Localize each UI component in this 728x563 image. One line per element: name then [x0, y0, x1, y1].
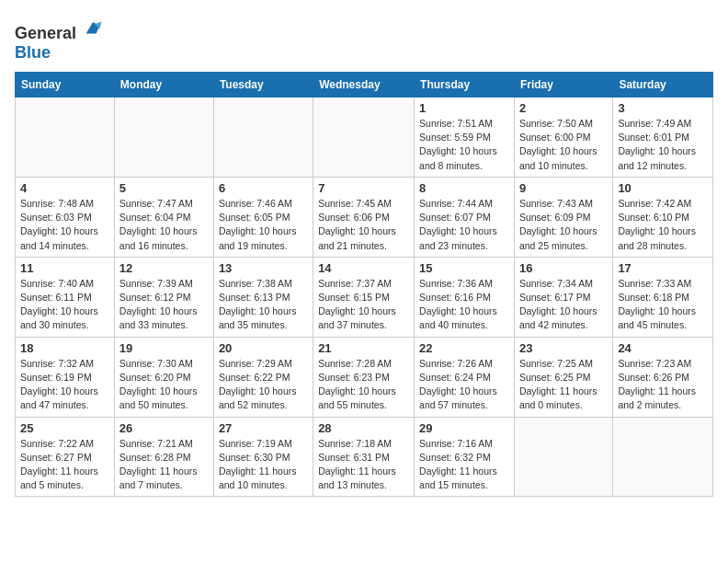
weekday-header-saturday: Saturday — [613, 73, 713, 98]
day-info: Sunrise: 7:47 AM Sunset: 6:04 PM Dayligh… — [119, 197, 209, 253]
day-number: 2 — [519, 101, 608, 115]
calendar-cell: 7Sunrise: 7:45 AM Sunset: 6:06 PM Daylig… — [313, 177, 415, 257]
day-info: Sunrise: 7:49 AM Sunset: 6:01 PM Dayligh… — [618, 117, 708, 173]
day-info: Sunrise: 7:51 AM Sunset: 5:59 PM Dayligh… — [419, 117, 509, 173]
calendar-cell: 13Sunrise: 7:38 AM Sunset: 6:13 PM Dayli… — [213, 257, 313, 337]
day-info: Sunrise: 7:44 AM Sunset: 6:07 PM Dayligh… — [419, 197, 509, 253]
day-number: 15 — [419, 261, 509, 275]
day-info: Sunrise: 7:36 AM Sunset: 6:16 PM Dayligh… — [419, 277, 509, 333]
calendar-cell: 2Sunrise: 7:50 AM Sunset: 6:00 PM Daylig… — [514, 98, 612, 178]
day-number: 20 — [219, 341, 308, 355]
logo: General Blue — [15, 18, 103, 63]
calendar-cell: 6Sunrise: 7:46 AM Sunset: 6:05 PM Daylig… — [213, 177, 313, 257]
calendar-cell: 24Sunrise: 7:23 AM Sunset: 6:26 PM Dayli… — [613, 337, 713, 417]
day-info: Sunrise: 7:37 AM Sunset: 6:15 PM Dayligh… — [318, 277, 409, 333]
calendar-cell — [313, 98, 415, 178]
calendar-cell — [514, 417, 612, 497]
calendar-cell: 4Sunrise: 7:48 AM Sunset: 6:03 PM Daylig… — [16, 177, 115, 257]
day-number: 14 — [318, 261, 409, 275]
day-info: Sunrise: 7:42 AM Sunset: 6:10 PM Dayligh… — [618, 197, 708, 253]
calendar-cell — [213, 98, 313, 178]
day-info: Sunrise: 7:18 AM Sunset: 6:31 PM Dayligh… — [318, 437, 409, 493]
day-number: 21 — [318, 341, 409, 355]
day-number: 16 — [519, 261, 608, 275]
calendar-cell: 27Sunrise: 7:19 AM Sunset: 6:30 PM Dayli… — [213, 417, 313, 497]
day-number: 11 — [20, 261, 109, 275]
calendar-cell: 25Sunrise: 7:22 AM Sunset: 6:27 PM Dayli… — [16, 417, 115, 497]
calendar-cell: 1Sunrise: 7:51 AM Sunset: 5:59 PM Daylig… — [415, 98, 515, 178]
day-info: Sunrise: 7:21 AM Sunset: 6:28 PM Dayligh… — [119, 437, 209, 493]
day-info: Sunrise: 7:19 AM Sunset: 6:30 PM Dayligh… — [219, 437, 308, 493]
day-number: 12 — [119, 261, 209, 275]
day-number: 4 — [20, 181, 109, 195]
logo-icon — [83, 18, 103, 39]
day-number: 18 — [20, 341, 109, 355]
calendar-cell: 28Sunrise: 7:18 AM Sunset: 6:31 PM Dayli… — [313, 417, 415, 497]
day-number: 1 — [419, 101, 509, 115]
day-info: Sunrise: 7:26 AM Sunset: 6:24 PM Dayligh… — [419, 357, 509, 413]
calendar-cell: 8Sunrise: 7:44 AM Sunset: 6:07 PM Daylig… — [415, 177, 515, 257]
day-number: 7 — [318, 181, 409, 195]
calendar-week-row: 25Sunrise: 7:22 AM Sunset: 6:27 PM Dayli… — [16, 417, 713, 497]
calendar-cell: 23Sunrise: 7:25 AM Sunset: 6:25 PM Dayli… — [514, 337, 612, 417]
day-info: Sunrise: 7:16 AM Sunset: 6:32 PM Dayligh… — [419, 437, 509, 493]
day-info: Sunrise: 7:30 AM Sunset: 6:20 PM Dayligh… — [119, 357, 209, 413]
calendar-week-row: 1Sunrise: 7:51 AM Sunset: 5:59 PM Daylig… — [16, 98, 713, 178]
day-info: Sunrise: 7:33 AM Sunset: 6:18 PM Dayligh… — [618, 277, 708, 333]
day-info: Sunrise: 7:48 AM Sunset: 6:03 PM Dayligh… — [20, 197, 109, 253]
day-info: Sunrise: 7:39 AM Sunset: 6:12 PM Dayligh… — [119, 277, 209, 333]
header: General Blue — [15, 15, 713, 63]
day-number: 28 — [318, 421, 409, 435]
weekday-header-sunday: Sunday — [16, 73, 115, 98]
day-number: 3 — [618, 101, 708, 115]
calendar-table: SundayMondayTuesdayWednesdayThursdayFrid… — [15, 72, 713, 497]
day-number: 23 — [519, 341, 608, 355]
day-info: Sunrise: 7:40 AM Sunset: 6:11 PM Dayligh… — [20, 277, 109, 333]
calendar-cell — [613, 417, 713, 497]
day-number: 22 — [419, 341, 509, 355]
day-number: 25 — [20, 421, 109, 435]
calendar-cell: 17Sunrise: 7:33 AM Sunset: 6:18 PM Dayli… — [613, 257, 713, 337]
calendar-cell: 19Sunrise: 7:30 AM Sunset: 6:20 PM Dayli… — [114, 337, 213, 417]
calendar-cell: 10Sunrise: 7:42 AM Sunset: 6:10 PM Dayli… — [613, 177, 713, 257]
calendar-cell: 12Sunrise: 7:39 AM Sunset: 6:12 PM Dayli… — [114, 257, 213, 337]
logo-text-general: General — [15, 24, 76, 42]
calendar-cell: 22Sunrise: 7:26 AM Sunset: 6:24 PM Dayli… — [415, 337, 515, 417]
calendar-cell: 11Sunrise: 7:40 AM Sunset: 6:11 PM Dayli… — [16, 257, 115, 337]
day-info: Sunrise: 7:34 AM Sunset: 6:17 PM Dayligh… — [519, 277, 608, 333]
weekday-header-monday: Monday — [114, 73, 213, 98]
day-number: 29 — [419, 421, 509, 435]
day-info: Sunrise: 7:46 AM Sunset: 6:05 PM Dayligh… — [219, 197, 308, 253]
calendar-cell: 15Sunrise: 7:36 AM Sunset: 6:16 PM Dayli… — [415, 257, 515, 337]
day-number: 5 — [119, 181, 209, 195]
calendar-cell: 18Sunrise: 7:32 AM Sunset: 6:19 PM Dayli… — [16, 337, 115, 417]
day-info: Sunrise: 7:22 AM Sunset: 6:27 PM Dayligh… — [20, 437, 109, 493]
weekday-header-friday: Friday — [514, 73, 612, 98]
calendar-cell: 5Sunrise: 7:47 AM Sunset: 6:04 PM Daylig… — [114, 177, 213, 257]
day-info: Sunrise: 7:38 AM Sunset: 6:13 PM Dayligh… — [219, 277, 308, 333]
calendar-week-row: 11Sunrise: 7:40 AM Sunset: 6:11 PM Dayli… — [16, 257, 713, 337]
calendar-cell — [114, 98, 213, 178]
day-info: Sunrise: 7:50 AM Sunset: 6:00 PM Dayligh… — [519, 117, 608, 173]
day-number: 17 — [618, 261, 708, 275]
weekday-header-row: SundayMondayTuesdayWednesdayThursdayFrid… — [16, 73, 713, 98]
calendar-cell: 14Sunrise: 7:37 AM Sunset: 6:15 PM Dayli… — [313, 257, 415, 337]
day-info: Sunrise: 7:43 AM Sunset: 6:09 PM Dayligh… — [519, 197, 608, 253]
calendar-cell: 3Sunrise: 7:49 AM Sunset: 6:01 PM Daylig… — [613, 98, 713, 178]
weekday-header-thursday: Thursday — [415, 73, 515, 98]
day-info: Sunrise: 7:25 AM Sunset: 6:25 PM Dayligh… — [519, 357, 608, 413]
day-number: 10 — [618, 181, 708, 195]
weekday-header-tuesday: Tuesday — [213, 73, 313, 98]
calendar-week-row: 4Sunrise: 7:48 AM Sunset: 6:03 PM Daylig… — [16, 177, 713, 257]
calendar-cell: 29Sunrise: 7:16 AM Sunset: 6:32 PM Dayli… — [415, 417, 515, 497]
day-number: 8 — [419, 181, 509, 195]
day-info: Sunrise: 7:29 AM Sunset: 6:22 PM Dayligh… — [219, 357, 308, 413]
weekday-header-wednesday: Wednesday — [313, 73, 415, 98]
day-info: Sunrise: 7:28 AM Sunset: 6:23 PM Dayligh… — [318, 357, 409, 413]
calendar-cell: 20Sunrise: 7:29 AM Sunset: 6:22 PM Dayli… — [213, 337, 313, 417]
calendar-cell: 9Sunrise: 7:43 AM Sunset: 6:09 PM Daylig… — [514, 177, 612, 257]
day-number: 27 — [219, 421, 308, 435]
logo-text-blue: Blue — [15, 43, 51, 62]
day-number: 13 — [219, 261, 308, 275]
day-number: 26 — [119, 421, 209, 435]
